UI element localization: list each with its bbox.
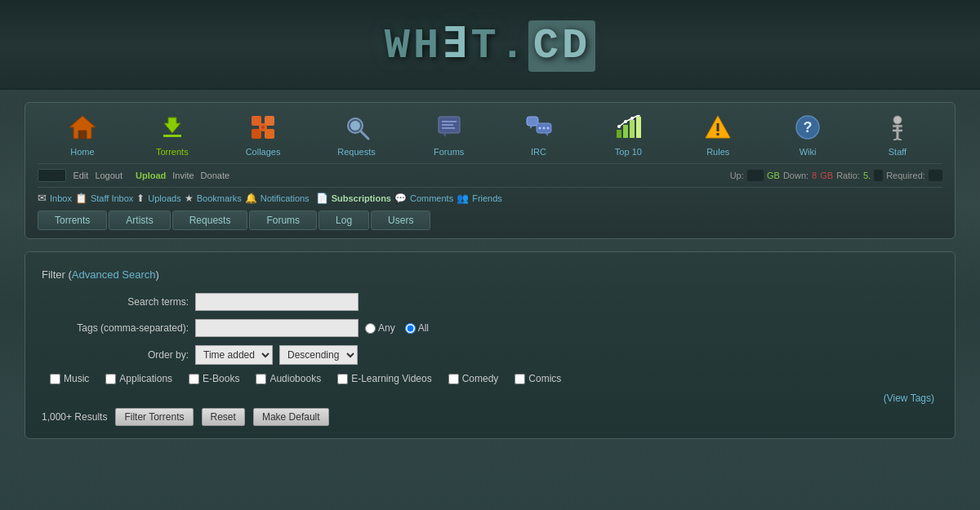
down-label: Down:	[783, 171, 808, 180]
cat-comics-checkbox[interactable]	[514, 374, 525, 384]
svg-rect-7	[265, 129, 274, 139]
tab-users[interactable]: Users	[371, 211, 430, 230]
svg-point-24	[546, 127, 549, 130]
nav-item-forums[interactable]: Forums	[433, 111, 466, 157]
staff-inbox-link[interactable]: Staff Inbox	[91, 193, 133, 203]
nav-item-torrents[interactable]: Torrents	[156, 111, 189, 157]
user-bar: Edit Logout Upload Invite Donate Up: GB …	[38, 164, 942, 188]
svg-rect-14	[442, 121, 457, 122]
nav-item-requests[interactable]: Requests	[337, 111, 375, 157]
tags-any-radio[interactable]	[365, 323, 376, 334]
cat-applications-checkbox[interactable]	[105, 374, 116, 384]
view-tags-anchor[interactable]: (View Tags)	[884, 392, 934, 404]
tab-requests[interactable]: Requests	[172, 211, 248, 230]
search-terms-input[interactable]	[195, 293, 359, 311]
main-content: Home Torrents	[0, 90, 980, 451]
reset-button[interactable]: Reset	[202, 408, 245, 426]
nav-item-home[interactable]: Home	[66, 111, 99, 157]
nav-item-rules[interactable]: Rules	[702, 111, 734, 157]
tags-input[interactable]	[195, 319, 359, 337]
up-value	[747, 170, 764, 181]
tags-label: Tags (comma-separated):	[42, 322, 189, 334]
cat-elearning-checkbox[interactable]	[337, 374, 348, 384]
advanced-search-link[interactable]: Advanced Search	[72, 268, 156, 281]
view-tags-link[interactable]: (View Tags)	[42, 392, 938, 404]
tags-all-radio[interactable]	[405, 323, 416, 334]
search-terms-row: Search terms:	[42, 293, 938, 311]
nav-item-wiki[interactable]: ? Wiki	[791, 111, 824, 157]
order-by-select[interactable]: Time added Seeders Leechers Snatched Siz…	[195, 345, 273, 365]
direction-select[interactable]: Descending Ascending	[279, 345, 358, 365]
upload-link[interactable]: Upload	[136, 171, 166, 180]
svg-rect-27	[630, 120, 635, 138]
cat-ebooks[interactable]: E-Books	[189, 373, 239, 384]
svg-point-29	[617, 125, 621, 128]
comments-icon: 💬	[394, 193, 407, 204]
search-icon	[341, 111, 373, 144]
username-display	[38, 169, 66, 182]
svg-point-30	[624, 120, 627, 123]
tab-artists[interactable]: Artists	[109, 211, 170, 230]
subscriptions-link[interactable]: Subscriptions	[332, 193, 391, 203]
cat-comedy[interactable]: Comedy	[448, 373, 499, 384]
svg-rect-15	[442, 124, 453, 126]
svg-line-12	[361, 131, 368, 139]
nav-item-irc[interactable]: IRC	[523, 111, 555, 157]
question-icon: ?	[791, 111, 824, 144]
site-logo: WH∃T.CD	[385, 18, 596, 70]
order-by-label: Order by:	[42, 349, 189, 361]
nav-label-wiki: Wiki	[800, 147, 817, 157]
svg-rect-28	[636, 117, 641, 138]
tab-log[interactable]: Log	[318, 211, 369, 230]
cat-audiobooks[interactable]: Audiobooks	[256, 373, 321, 384]
svg-point-9	[261, 126, 265, 129]
logout-link[interactable]: Logout	[95, 171, 122, 180]
friends-icon: 👥	[457, 193, 469, 204]
svg-line-42	[893, 139, 898, 140]
cat-comedy-checkbox[interactable]	[448, 374, 459, 384]
cat-music[interactable]: Music	[50, 373, 89, 384]
tags-any-label[interactable]: Any	[365, 322, 395, 334]
puzzle-icon	[247, 111, 279, 144]
nav-item-top10[interactable]: Top 10	[612, 111, 644, 157]
invite-link[interactable]: Invite	[172, 171, 194, 180]
filter-torrents-button[interactable]: Filter Torrents	[115, 408, 193, 426]
svg-point-38	[893, 116, 902, 124]
nav-label-irc: IRC	[531, 147, 546, 157]
search-tabs: Torrents Artists Requests Forums Log Use…	[38, 211, 942, 230]
staffinbox-icon: 📋	[75, 193, 87, 204]
categories-row: Music Applications E-Books Audiobooks E-…	[42, 373, 938, 384]
cat-music-checkbox[interactable]	[50, 374, 60, 384]
donate-link[interactable]: Donate	[201, 171, 229, 180]
inbox-link[interactable]: Inbox	[50, 193, 72, 203]
uploads-link[interactable]: Uploads	[148, 193, 180, 203]
nav-label-rules: Rules	[706, 147, 729, 157]
staff-icon	[881, 111, 914, 144]
comments-link[interactable]: Comments	[410, 193, 453, 203]
svg-rect-5	[265, 116, 274, 126]
friends-link[interactable]: Friends	[472, 193, 502, 203]
svg-rect-6	[252, 129, 261, 139]
notifications-link[interactable]: Notifications	[261, 193, 310, 203]
tags-all-label[interactable]: All	[405, 322, 429, 334]
cat-ebooks-checkbox[interactable]	[189, 374, 199, 384]
svg-marker-17	[443, 134, 446, 137]
bookmarks-link[interactable]: Bookmarks	[197, 193, 242, 203]
edit-link[interactable]: Edit	[73, 171, 88, 180]
ratio-val-box	[874, 170, 883, 181]
home-icon	[66, 111, 99, 144]
download-icon	[156, 111, 189, 144]
svg-rect-16	[442, 127, 455, 129]
tab-forums[interactable]: Forums	[249, 211, 317, 230]
make-default-button[interactable]: Make Default	[253, 408, 329, 426]
nav-item-collages[interactable]: Collages	[246, 111, 281, 157]
cat-comics[interactable]: Comics	[514, 373, 561, 384]
tab-torrents[interactable]: Torrents	[38, 211, 107, 230]
ratio-label: Ratio:	[836, 171, 860, 180]
chat-icon	[523, 111, 555, 144]
nav-item-staff[interactable]: Staff	[881, 111, 914, 157]
cat-elearning[interactable]: E-Learning Videos	[337, 373, 432, 384]
cat-applications[interactable]: Applications	[105, 373, 172, 384]
cat-audiobooks-checkbox[interactable]	[256, 374, 266, 384]
up-unit: GB	[767, 171, 780, 180]
